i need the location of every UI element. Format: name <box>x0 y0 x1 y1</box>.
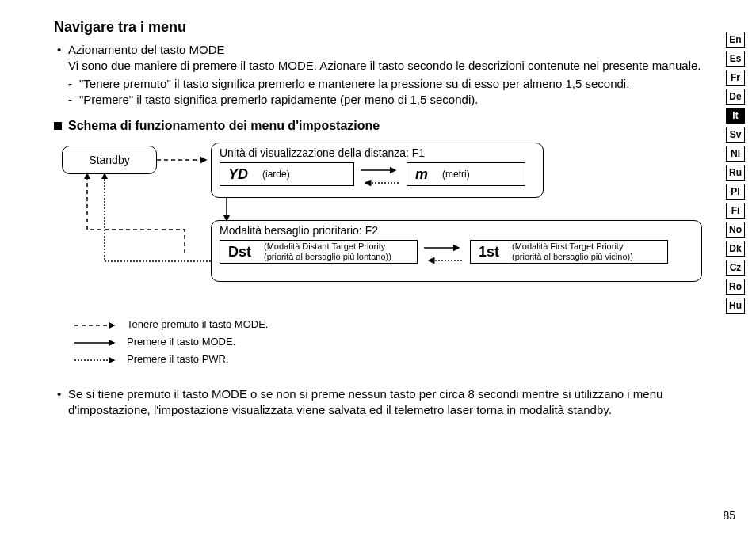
dst-text: (Modalità Distant Target Priority(priori… <box>259 241 396 261</box>
lang-tab-ro[interactable]: Ro <box>726 279 745 295</box>
standby-box: Standby <box>62 146 157 174</box>
dst-symbol: Dst <box>220 244 259 260</box>
f2-label: Modalità bersaglio prioritario: F2 <box>220 224 693 237</box>
f2-option-dst: Dst (Modalità Distant Target Priority(pr… <box>220 240 418 264</box>
lang-tab-it[interactable]: It <box>726 108 745 124</box>
lang-tab-sv[interactable]: Sv <box>726 127 745 143</box>
first-text: (Modalità First Target Priority(priorità… <box>507 241 638 261</box>
lang-tab-en[interactable]: En <box>726 32 745 48</box>
section-title: Schema di funzionamento dei menu d'impos… <box>68 119 380 133</box>
mode-press-desc: "Premere" il tasto significa premerlo ra… <box>54 92 708 108</box>
lang-tab-pl[interactable]: Pl <box>726 184 745 200</box>
first-symbol: 1st <box>471 244 507 260</box>
f1-option-m: m (metri) <box>407 162 525 186</box>
lang-tab-dk[interactable]: Dk <box>726 241 745 257</box>
lang-tab-cz[interactable]: Cz <box>726 260 745 276</box>
mode-operation-heading: Azionamento del tasto MODE <box>54 42 708 58</box>
square-bullet-icon <box>54 122 62 130</box>
arrow-f1-to-f2 <box>223 198 230 220</box>
settings-menu-diagram: Standby Unità di visualizzazione della d… <box>54 143 708 301</box>
mode-hold-desc: "Tenere premuto" il tasto significa prem… <box>54 76 708 92</box>
mode-operation-body: Vi sono due maniere di premere il tasto … <box>54 58 708 74</box>
lang-tab-fi[interactable]: Fi <box>726 203 745 219</box>
yd-text: (iarde) <box>256 169 296 180</box>
legend-press-mode: Premere il tasto MODE. <box>74 333 708 350</box>
arrow-standby-to-f1 <box>157 157 211 163</box>
lang-tab-de[interactable]: De <box>726 89 745 105</box>
legend: Tenere premuto il tasto MODE. Premere il… <box>54 315 708 367</box>
f1-option-yd: YD (iarde) <box>220 162 354 186</box>
f1-arrow-group <box>361 162 400 186</box>
lang-tab-fr[interactable]: Fr <box>726 70 745 86</box>
page-title: Navigare tra i menu <box>54 19 708 36</box>
f2-box: Modalità bersaglio prioritario: F2 Dst (… <box>211 220 702 282</box>
arrow-f2-return <box>101 174 212 269</box>
f2-arrow-group <box>424 240 464 264</box>
f2-option-1st: 1st (Modalità First Target Priority(prio… <box>470 240 668 264</box>
f1-label: Unità di visualizzazione della distanza:… <box>220 146 535 159</box>
language-sidebar: EnEsFrDeItSvNlRuPlFiNoDkCzRoHu <box>726 32 745 314</box>
m-text: (metri) <box>436 169 476 180</box>
lang-tab-nl[interactable]: Nl <box>726 146 745 162</box>
lang-tab-no[interactable]: No <box>726 222 745 238</box>
lang-tab-es[interactable]: Es <box>726 51 745 67</box>
bottom-note: Se si tiene premuto il tasto MODE o se n… <box>54 386 708 419</box>
legend-press-pwr: Premere il tasto PWR. <box>74 350 708 367</box>
lang-tab-hu[interactable]: Hu <box>726 298 745 314</box>
section-heading-row: Schema di funzionamento dei menu d'impos… <box>54 119 708 133</box>
m-symbol: m <box>407 166 436 183</box>
lang-tab-ru[interactable]: Ru <box>726 165 745 181</box>
legend-hold-mode: Tenere premuto il tasto MODE. <box>74 315 708 333</box>
yd-symbol: YD <box>220 166 256 183</box>
page-number: 85 <box>723 509 735 522</box>
f1-box: Unità di visualizzazione della distanza:… <box>211 143 544 198</box>
